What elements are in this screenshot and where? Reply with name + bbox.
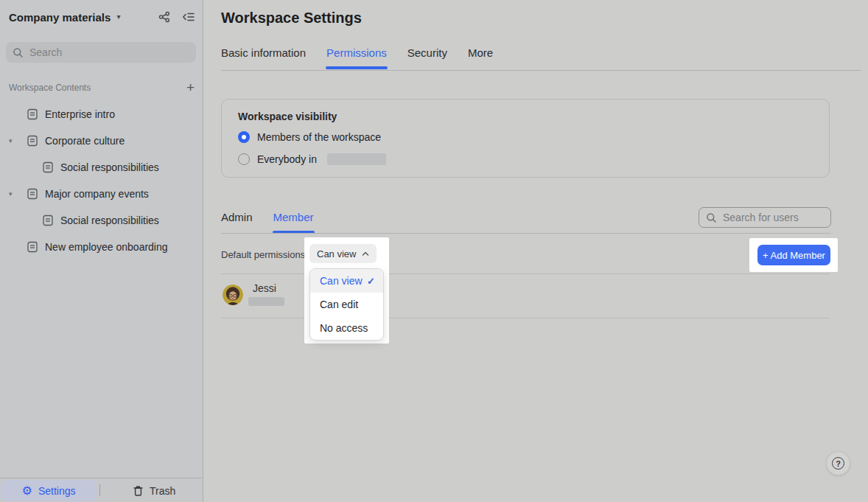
workspace-contents-header: Workspace Contents +: [9, 80, 195, 95]
tree-item-label: Major company events: [45, 188, 149, 200]
tree-item-label: Social responsibilities: [60, 215, 159, 226]
highlight-box-permissions-dropdown: Can view Can view ✓ Can edit No access: [304, 237, 389, 344]
role-tabs-divider: [221, 233, 830, 234]
chevron-down-icon[interactable]: ▾: [9, 137, 13, 144]
chevron-up-icon: [362, 251, 369, 257]
menu-item-label: No access: [320, 322, 368, 334]
tree-item-label: Social responsibilities: [60, 161, 159, 173]
document-icon: [27, 108, 38, 120]
trash-icon: [133, 485, 144, 497]
add-member-button[interactable]: + Add Member: [757, 245, 830, 265]
sidebar-header-icons: [158, 10, 195, 24]
radio-selected-icon: [238, 131, 250, 143]
permissions-menu: Can view ✓ Can edit No access: [309, 268, 384, 341]
add-page-button[interactable]: +: [186, 81, 195, 94]
tab-admin[interactable]: Admin: [221, 211, 253, 226]
search-icon: [706, 212, 717, 223]
tree-item-label: New employee onboarding: [45, 241, 168, 253]
visibility-title: Workspace visibility: [238, 111, 337, 122]
tree-item[interactable]: ▾ Corporate culture: [0, 128, 202, 154]
workspace-contents-label: Workspace Contents: [9, 83, 91, 93]
tab-permissions[interactable]: Permissions: [326, 46, 387, 62]
dropdown-selected-value: Can view: [317, 248, 356, 259]
sidebar-item-settings[interactable]: ⚙ Settings: [1, 480, 97, 501]
tab-basic-information[interactable]: Basic information: [221, 46, 306, 62]
search-placeholder: Search: [29, 46, 62, 58]
main-content: Workspace Settings Basic information Per…: [204, 0, 868, 502]
tree-item[interactable]: ▾ Major company events: [0, 181, 202, 207]
sidebar-footer: ⚙ Settings Trash: [0, 478, 202, 502]
menu-item-label: Can view: [320, 275, 363, 287]
sidebar: Company materials ▾: [0, 0, 203, 502]
trash-label: Trash: [150, 485, 175, 497]
radio-label: Members of the workspace: [257, 131, 381, 143]
workspace-name: Company materials: [9, 11, 111, 24]
gear-icon: ⚙: [22, 485, 32, 497]
redacted-org-name: [327, 153, 386, 165]
settings-label: Settings: [38, 485, 76, 497]
workspace-switcher[interactable]: Company materials ▾: [9, 11, 120, 24]
share-icon[interactable]: [158, 10, 171, 24]
tree-item[interactable]: New employee onboarding: [0, 234, 202, 260]
search-input[interactable]: Search: [6, 42, 196, 63]
visibility-option-members[interactable]: Members of the workspace: [238, 131, 381, 143]
tabs-divider: [221, 70, 861, 71]
member-name: Jessi: [253, 282, 276, 294]
chevron-down-icon[interactable]: ▾: [9, 190, 13, 198]
document-icon: [42, 161, 54, 173]
menu-item-no-access[interactable]: No access: [310, 316, 383, 340]
chevron-down-icon: ▾: [116, 13, 120, 21]
app-root: Company materials ▾: [0, 0, 868, 502]
tab-member[interactable]: Member: [273, 211, 314, 226]
highlight-box-add-member: + Add Member: [749, 238, 838, 272]
sidebar-header: Company materials ▾: [9, 8, 195, 26]
users-search-input[interactable]: Search for users: [699, 207, 831, 228]
tree-item-label: Enterprise intro: [45, 108, 115, 120]
search-icon: [13, 47, 24, 58]
tree-item-label: Corporate culture: [45, 135, 125, 147]
redacted-member-email: [248, 297, 284, 306]
sidebar-item-trash[interactable]: Trash: [125, 480, 183, 501]
menu-item-can-view[interactable]: Can view ✓: [310, 269, 383, 293]
tab-more[interactable]: More: [468, 46, 493, 62]
default-permissions-dropdown[interactable]: Can view: [309, 244, 377, 263]
radio-unselected-icon: [238, 153, 250, 165]
document-icon: [27, 135, 38, 147]
tab-security[interactable]: Security: [407, 46, 447, 62]
role-tabs: Admin Member: [221, 211, 314, 226]
document-icon: [27, 188, 38, 200]
avatar: [223, 285, 243, 305]
default-permissions-label: Default permissions:: [221, 249, 308, 260]
workspace-tree: Enterprise intro ▾ Corporate culture Soc…: [0, 101, 202, 260]
question-mark-icon: ?: [832, 457, 844, 470]
document-icon: [27, 241, 38, 253]
visibility-option-everybody[interactable]: Everybody in: [238, 153, 386, 165]
page-title: Workspace Settings: [221, 10, 362, 27]
tree-item[interactable]: Social responsibilities: [0, 154, 202, 181]
workspace-visibility-card: Workspace visibility Members of the work…: [221, 99, 830, 178]
footer-divider: [99, 484, 100, 496]
document-icon: [42, 215, 54, 226]
collapse-sidebar-icon[interactable]: [182, 10, 195, 24]
menu-item-can-edit[interactable]: Can edit: [310, 293, 383, 316]
help-button[interactable]: ?: [826, 451, 850, 475]
settings-tabs: Basic information Permissions Security M…: [221, 46, 493, 62]
tree-item[interactable]: Enterprise intro: [0, 101, 202, 128]
check-icon: ✓: [367, 276, 375, 287]
menu-item-label: Can edit: [320, 299, 358, 310]
radio-label: Everybody in: [257, 153, 317, 165]
tree-item[interactable]: Social responsibilities: [0, 207, 202, 234]
users-search-placeholder: Search for users: [723, 212, 799, 223]
